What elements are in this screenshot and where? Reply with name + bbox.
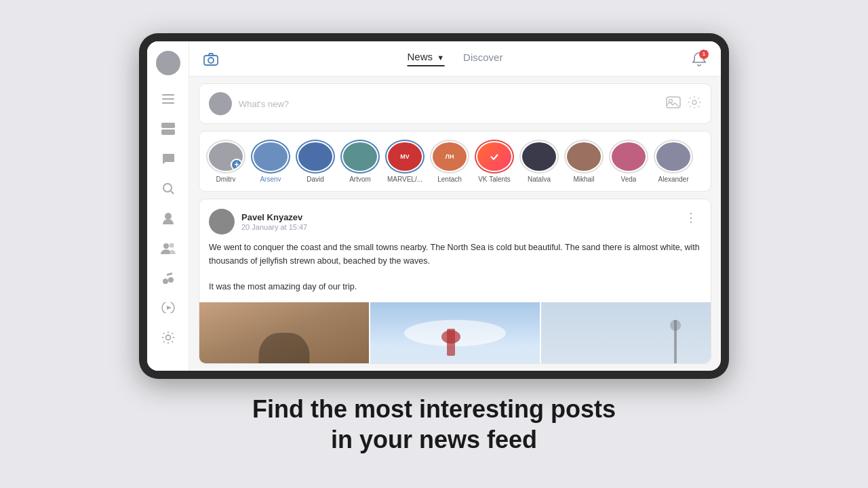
svg-point-8 [163, 243, 169, 249]
attach-photo-icon[interactable] [666, 96, 681, 113]
story-avatar-david [297, 141, 334, 172]
status-icons: ▲ ▲ ▮▮▮ [658, 44, 688, 52]
story-item-natalya[interactable]: Natalya [519, 141, 559, 182]
post-card: Pavel Knyazev 20 January at 15:47 ⋮ We w… [199, 199, 711, 364]
svg-point-11 [168, 277, 174, 283]
sidebar-music-icon[interactable] [155, 265, 181, 291]
svg-point-5 [163, 184, 172, 192]
sidebar-video-icon[interactable] [155, 295, 181, 321]
story-item-alexander[interactable]: Alexander [654, 141, 693, 182]
story-avatar-vktalents [476, 141, 513, 172]
composer-settings-icon[interactable] [688, 96, 701, 113]
story-name-marvel: MARVEL/... [387, 176, 422, 182]
story-item-david[interactable]: David [296, 141, 335, 182]
sidebar-user-avatar[interactable] [156, 51, 180, 75]
sidebar-search-icon[interactable] [155, 176, 181, 201]
post-images [199, 302, 711, 364]
story-item-marvel[interactable]: MV MARVEL/... [385, 141, 425, 182]
svg-point-14 [165, 336, 170, 340]
post-image-1 [199, 302, 369, 364]
story-name-natalya: Natalya [528, 176, 551, 182]
composer-avatar [209, 92, 232, 115]
composer-actions [666, 96, 701, 113]
tab-news[interactable]: News ▼ [408, 51, 445, 66]
post-text: We went to conquer the coast and the sma… [199, 241, 711, 302]
wifi-icon: ▲ [658, 44, 665, 52]
battery-icon: ▮▮▮ [675, 44, 687, 52]
story-avatar-lentach: ЛН [431, 141, 468, 172]
news-feed[interactable]: What's new? [189, 77, 721, 371]
svg-rect-2 [162, 102, 174, 104]
story-item-dmitry[interactable]: + Dmitry [206, 141, 245, 182]
story-name-lentach: Lentach [437, 176, 462, 182]
story-name-david: David [307, 176, 324, 182]
svg-marker-13 [167, 306, 172, 310]
svg-rect-4 [161, 129, 175, 135]
main-content: News ▼ Discover 1 [189, 41, 721, 371]
svg-point-19 [692, 100, 696, 104]
svg-point-7 [165, 213, 172, 220]
svg-point-9 [169, 243, 174, 248]
post-author-name[interactable]: Pavel Knyazev [241, 212, 307, 222]
svg-point-16 [208, 58, 214, 63]
story-avatar-arseny [252, 141, 289, 172]
camera-icon[interactable] [200, 48, 222, 70]
stories-row: + Dmitry Arseny David [199, 131, 711, 192]
story-item-veda[interactable]: Veda [609, 141, 648, 182]
sidebar-messages-icon[interactable] [155, 146, 181, 171]
signal-icon: ▲ [667, 44, 673, 52]
post-header: Pavel Knyazev 20 January at 15:47 ⋮ [199, 199, 711, 241]
story-name-vktalents: VK Talents [478, 176, 511, 182]
tagline-text: Find the most interesting posts in your … [252, 394, 616, 455]
sidebar-hamburger[interactable] [155, 86, 181, 112]
add-story-button[interactable]: + [231, 159, 243, 171]
sidebar-friends-icon[interactable] [155, 235, 181, 261]
post-menu-icon[interactable]: ⋮ [681, 209, 701, 226]
tablet-screen: News ▼ Discover 1 [147, 41, 721, 371]
story-name-artyom: Artyom [349, 176, 371, 182]
story-name-alexander: Alexander [658, 176, 688, 182]
nav-left [200, 48, 222, 70]
story-item-arseny[interactable]: Arseny [251, 141, 290, 182]
story-item-vktalents[interactable]: VK Talents [475, 141, 514, 182]
sidebar-profile-icon[interactable] [155, 205, 181, 231]
story-avatar-veda [610, 141, 647, 172]
story-avatar-mikhail [566, 141, 602, 172]
svg-rect-3 [161, 123, 175, 128]
story-name-dmitry: Dmitry [216, 176, 236, 182]
story-item-mikhail[interactable]: Mikhail [564, 141, 604, 182]
story-item-lentach[interactable]: ЛН Lentach [430, 141, 469, 182]
story-avatar-artyom [342, 141, 378, 172]
svg-rect-0 [162, 94, 174, 96]
story-name-arseny: Arseny [260, 176, 281, 182]
post-composer[interactable]: What's new? [199, 83, 711, 124]
svg-rect-15 [204, 56, 218, 65]
nav-center: News ▼ Discover [408, 51, 503, 66]
svg-line-6 [171, 191, 174, 194]
svg-rect-1 [162, 98, 174, 100]
story-avatar-alexander [655, 141, 692, 172]
svg-point-10 [163, 279, 168, 284]
post-date: 20 January at 15:47 [241, 223, 307, 231]
tab-discover[interactable]: Discover [463, 52, 502, 66]
story-item-artyom[interactable]: Artyom [340, 141, 380, 182]
story-avatar-marvel: MV [387, 141, 423, 172]
post-author: Pavel Knyazev 20 January at 15:47 [209, 209, 307, 235]
tagline: Find the most interesting posts in your … [252, 394, 616, 455]
story-avatar-natalya [521, 141, 557, 172]
story-name-veda: Veda [621, 176, 637, 182]
tablet-frame: ▲ ▲ ▮▮▮ 12:30 [139, 33, 729, 379]
top-navigation: News ▼ Discover 1 [189, 41, 721, 77]
story-avatar-dmitry: + [208, 141, 244, 172]
post-author-info: Pavel Knyazev 20 January at 15:47 [241, 212, 307, 231]
sidebar-settings-icon[interactable] [155, 325, 181, 350]
clock: 12:30 [690, 44, 707, 52]
status-bar: ▲ ▲ ▮▮▮ 12:30 [658, 44, 707, 52]
post-image-3 [541, 302, 711, 364]
post-image-2 [370, 302, 540, 364]
composer-input[interactable]: What's new? [239, 99, 659, 109]
sidebar-feed-icon[interactable] [155, 116, 181, 142]
story-name-mikhail: Mikhail [573, 176, 594, 182]
sidebar [147, 41, 189, 371]
post-author-avatar [209, 209, 235, 235]
